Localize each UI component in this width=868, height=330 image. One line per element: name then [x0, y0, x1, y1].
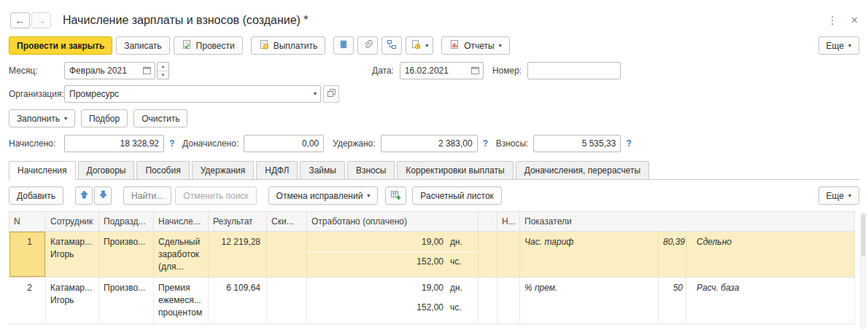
cell-empty[interactable] [478, 232, 497, 278]
cell-accrual[interactable]: Сдельный заработок (для... [154, 232, 209, 278]
payroll-document-window: ← → Начисление зарплаты и взносов (созда… [0, 0, 868, 330]
reports-button[interactable]: Отчеты ▾ [441, 36, 510, 55]
pay-icon [259, 39, 269, 52]
fill-button[interactable]: Заполнить ▾ [9, 109, 75, 127]
cancel-corrections-button[interactable]: Отмена исправлений ▾ [268, 186, 379, 205]
back-button[interactable]: ← [10, 12, 30, 28]
month-stepper: ▴ ▾ [157, 62, 169, 79]
cell-n[interactable]: 2 [9, 278, 46, 323]
vertical-scrollbar[interactable] [861, 212, 866, 329]
move-down-button[interactable] [94, 186, 112, 205]
dropdown-caret-icon: ▾ [425, 43, 428, 49]
move-up-button[interactable] [75, 186, 93, 205]
register-records-button[interactable] [333, 36, 354, 55]
worked-hours-unit[interactable]: чс. [446, 251, 478, 271]
worked-days-value[interactable]: 19,00 [307, 232, 446, 251]
cell-worked[interactable]: 19,00 дн. 152,00 чс. [307, 232, 478, 278]
post-and-close-button[interactable]: Провести и закрыть [9, 36, 112, 55]
combo-caret-icon[interactable]: ▾ [314, 91, 317, 97]
cell-indicator-name[interactable]: % прем. [520, 278, 659, 323]
grid-more-button[interactable]: Еще ▾ [818, 186, 859, 205]
organization-label: Организация: [9, 89, 64, 99]
worked-days-unit[interactable]: дн. [446, 232, 478, 251]
close-icon[interactable]: × [845, 14, 859, 27]
window-menu-icon[interactable]: ⋮ [820, 14, 845, 27]
worked-hours-unit[interactable]: чс. [446, 297, 478, 317]
worked-hours-value[interactable]: 152,00 [307, 251, 446, 271]
cell-indicator-name2[interactable]: Сдельно [686, 232, 855, 278]
post-icon [182, 39, 192, 52]
fill-label: Заполнить [17, 114, 60, 124]
related-documents-button[interactable] [381, 36, 402, 55]
attachments-button[interactable] [357, 36, 378, 55]
withheld-hint-icon[interactable]: ? [483, 138, 490, 149]
tab-accruals[interactable]: Начисления [9, 161, 76, 180]
worked-hours-value[interactable]: 152,00 [307, 297, 446, 317]
add-label: Добавить [17, 191, 55, 201]
additional-label: Доначислено: [182, 138, 239, 149]
pay-button[interactable]: Выплатить [251, 36, 326, 55]
cell-result[interactable]: 6 109,64 [209, 278, 267, 323]
cell-accrual[interactable]: Премия ежемеся... процентом [154, 278, 209, 323]
cell-department[interactable]: Произво... [99, 278, 154, 323]
cell-empty[interactable] [478, 278, 497, 323]
col-header-discount: Ски... [267, 212, 307, 232]
grid-more-label: Еще [826, 191, 844, 201]
cell-discount[interactable] [267, 278, 307, 323]
cell-department[interactable]: Произво... [99, 232, 154, 278]
organization-input[interactable] [64, 85, 321, 103]
open-link-icon [327, 88, 336, 100]
write-button[interactable]: Записать [116, 36, 169, 55]
number-input[interactable] [527, 62, 621, 79]
open-organization-button[interactable] [323, 85, 339, 103]
cell-indicator-name2[interactable]: Расч. база [686, 278, 855, 323]
cancel-search-button[interactable]: Отменить поиск [175, 186, 256, 205]
select-button[interactable]: Подбор [81, 109, 128, 127]
post-button[interactable]: Провести [174, 36, 243, 55]
cell-n2[interactable] [497, 232, 520, 278]
cell-indicator-name[interactable]: Час. тариф [520, 232, 659, 278]
cell-result[interactable]: 12 219,28 [209, 232, 267, 278]
additional-input[interactable] [244, 135, 324, 152]
clear-button[interactable]: Очистить [133, 109, 187, 127]
tab-ndfl[interactable]: НДФЛ [256, 161, 298, 179]
tab-recalculations[interactable]: Доначисления, перерасчеты [516, 161, 649, 179]
cell-employee[interactable]: Катамар... Игорь [46, 278, 99, 323]
cell-n2[interactable] [497, 278, 520, 323]
table-row[interactable]: 2 Катамар... Игорь Произво... Премия еже… [9, 278, 855, 323]
table-row[interactable]: 1 Катамар... Игорь Произво... Сдельный з… [9, 232, 855, 278]
contributions-hint-icon[interactable]: ? [626, 138, 633, 149]
calendar-icon[interactable] [470, 66, 480, 77]
withheld-input[interactable] [381, 135, 478, 152]
worked-days-unit[interactable]: дн. [446, 278, 478, 297]
more-button[interactable]: Еще ▾ [818, 36, 859, 55]
tab-benefits[interactable]: Пособия [136, 161, 189, 179]
cell-indicator-value[interactable]: 50 [659, 278, 686, 323]
scrollbar-thumb[interactable] [861, 214, 865, 256]
cell-indicator-value[interactable]: 80,39 [659, 232, 686, 278]
add-column-button[interactable] [385, 186, 406, 205]
calendar-icon[interactable] [142, 66, 152, 77]
cell-n[interactable]: 1 [9, 232, 46, 278]
contributions-input[interactable] [533, 135, 621, 152]
col-header-indicators: Показатели [520, 212, 855, 232]
tab-loans[interactable]: Займы [300, 161, 345, 179]
tab-deductions[interactable]: Удержания [192, 161, 255, 179]
tab-contracts[interactable]: Договоры [78, 161, 135, 179]
cell-worked[interactable]: 19,00 дн. 152,00 чс. [307, 278, 478, 323]
tab-payment-adjustments[interactable]: Корректировки выплаты [397, 161, 513, 179]
accrued-hint-icon[interactable]: ? [169, 138, 177, 149]
stepper-down-icon[interactable]: ▾ [158, 71, 168, 79]
tab-contributions[interactable]: Взносы [347, 161, 395, 179]
stepper-up-icon[interactable]: ▴ [158, 63, 168, 71]
worked-days-value[interactable]: 19,00 [307, 278, 446, 297]
payslip-button[interactable]: Расчетный листок [412, 186, 501, 205]
accrued-input[interactable] [64, 135, 164, 152]
organization-row: Организация: ▾ [9, 85, 859, 103]
forward-button[interactable]: → [31, 12, 51, 28]
add-row-button[interactable]: Добавить [9, 186, 63, 205]
cell-discount[interactable] [267, 232, 307, 278]
create-based-on-button[interactable]: ▾ [406, 36, 433, 55]
find-button[interactable]: Найти... [123, 186, 171, 205]
cell-employee[interactable]: Катамар... Игорь [46, 232, 99, 278]
